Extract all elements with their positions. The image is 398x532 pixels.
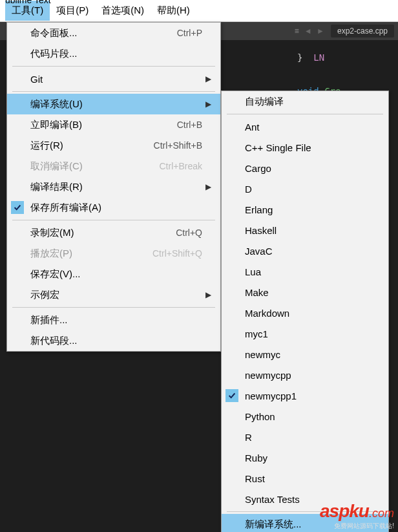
submenu-item[interactable]: R [222, 427, 388, 447]
menu-label: Ruby [242, 452, 379, 463]
menu-icon[interactable]: ≡ [295, 27, 299, 36]
menubar-item[interactable]: 项目(P) [50, 1, 95, 21]
menubar-item[interactable]: 首选项(N) [95, 1, 151, 21]
menu-label: 编译系统(U) [28, 98, 202, 111]
submenu-item[interactable]: Python [222, 406, 388, 427]
menu-shortcut: Ctrl+P [177, 28, 202, 38]
menu-label: Git [28, 74, 202, 85]
menu-item[interactable]: 编译结果(R)▶ [7, 176, 220, 197]
menu-item[interactable]: 代码片段... [7, 43, 220, 64]
submenu-item[interactable]: Ruby [222, 447, 388, 468]
menu-bar: 工具(T)项目(P)首选项(N)帮助(H) [0, 0, 398, 22]
menu-shortcut: Ctrl+Break [159, 161, 202, 171]
menu-item[interactable]: 编译系统(U)▶ [7, 94, 220, 114]
menu-label: Ant [242, 122, 379, 133]
menu-label: Cargo [242, 163, 379, 174]
menu-label: 示例宏 [28, 289, 202, 301]
submenu-item[interactable]: Ant [222, 116, 388, 137]
menu-label: Erlang [242, 204, 379, 215]
menu-label: Lua [242, 266, 379, 277]
submenu-item[interactable]: JavaC [222, 240, 388, 261]
menu-shortcut: Ctrl+Shift+B [154, 140, 202, 151]
menu-shortcut: Ctrl+Shift+Q [152, 248, 202, 259]
submenu-arrow-icon: ▶ [202, 182, 211, 191]
submenu-item[interactable]: D [222, 178, 388, 199]
menu-label: JavaC [242, 246, 379, 257]
menu-label: 保存宏(V)... [28, 268, 202, 281]
menu-shortcut: Ctrl+Q [176, 228, 202, 238]
menu-item[interactable]: 新代码段... [7, 330, 220, 351]
menu-shortcut: Ctrl+B [177, 120, 202, 130]
submenu-item[interactable]: 自动编译 [222, 91, 388, 112]
menu-label: 自动编译 [242, 96, 379, 108]
menu-label: newmycpp1 [242, 390, 379, 401]
menu-label: Markdown [242, 308, 379, 319]
check-column [222, 389, 242, 402]
menu-label: 播放宏(P) [28, 248, 152, 260]
menu-separator [12, 307, 215, 308]
build-system-submenu: 自动编译AntC++ Single FileCargoDErlangHaskel… [221, 90, 389, 532]
submenu-item[interactable]: newmyc [222, 344, 388, 365]
menu-label: 保存所有编译(A) [28, 202, 202, 214]
menu-item: 取消编译(C)Ctrl+Break [7, 156, 220, 176]
menu-label: 立即编译(B) [28, 119, 177, 131]
menu-separator [12, 91, 215, 92]
submenu-item[interactable]: newmycpp1 [222, 385, 388, 406]
menu-label: Rust [242, 473, 379, 484]
tools-menu-dropdown: 命令面板...Ctrl+P代码片段...Git▶编译系统(U)▶立即编译(B)C… [6, 22, 221, 352]
submenu-item[interactable]: newmycpp [222, 365, 388, 385]
menu-label: C++ Single File [242, 142, 379, 153]
submenu-arrow-icon: ▶ [202, 290, 211, 299]
menu-item[interactable]: 保存所有编译(A) [7, 197, 220, 218]
menu-label: D [242, 184, 379, 195]
menu-item[interactable]: 录制宏(M)Ctrl+Q [7, 222, 220, 243]
submenu-item[interactable]: Rust [222, 468, 388, 489]
submenu-arrow-icon: ▶ [202, 74, 211, 83]
nav-arrows[interactable]: ◄ ► [304, 27, 326, 36]
check-icon [11, 201, 24, 214]
menu-item[interactable]: 示例宏▶ [7, 284, 220, 305]
menu-label: 录制宏(M) [28, 227, 176, 239]
submenu-item[interactable]: Cargo [222, 158, 388, 178]
check-column [7, 201, 28, 214]
submenu-item[interactable]: C++ Single File [222, 137, 388, 158]
menu-item[interactable]: 保存宏(V)... [7, 264, 220, 284]
submenu-item[interactable]: myc1 [222, 323, 388, 344]
menu-item: 播放宏(P)Ctrl+Shift+Q [7, 243, 220, 264]
menu-label: newmyc [242, 349, 379, 360]
menu-label: 编译结果(R) [28, 181, 202, 193]
menu-item[interactable]: 新插件... [7, 310, 220, 330]
submenu-item[interactable]: Lua [222, 261, 388, 282]
menu-item[interactable]: 立即编译(B)Ctrl+B [7, 114, 220, 135]
menu-separator [227, 114, 383, 114]
menu-label: R [242, 432, 379, 443]
menu-label: 新代码段... [28, 335, 202, 347]
menu-label: 新插件... [28, 314, 202, 326]
submenu-item[interactable]: Markdown [222, 303, 388, 323]
menu-label: myc1 [242, 328, 379, 339]
menu-item[interactable]: 运行(R)Ctrl+Shift+B [7, 135, 220, 156]
menu-label: 代码片段... [28, 48, 202, 60]
menu-label: newmycpp [242, 370, 379, 381]
menu-item[interactable]: 命令面板...Ctrl+P [7, 23, 220, 43]
check-icon [225, 389, 238, 402]
menu-separator [12, 220, 215, 220]
menubar-item[interactable]: 帮助(H) [151, 1, 196, 21]
menu-label: Haskell [242, 225, 379, 236]
menu-label: 运行(R) [28, 140, 154, 152]
submenu-item[interactable]: Erlang [222, 199, 388, 220]
submenu-item[interactable]: Make [222, 282, 388, 303]
menu-label: 命令面板... [28, 27, 177, 39]
menu-separator [12, 66, 215, 67]
submenu-arrow-icon: ▶ [202, 100, 211, 109]
submenu-item[interactable]: Haskell [222, 220, 388, 240]
menu-label: Make [242, 287, 379, 298]
title-fragment: ublime Text [5, 0, 51, 5]
menu-item[interactable]: Git▶ [7, 69, 220, 89]
menu-label: Python [242, 411, 379, 422]
menu-label: 取消编译(C) [28, 160, 159, 173]
file-tab[interactable]: exp2-case.cpp [331, 25, 394, 37]
watermark: aspku.com 免费网站源码下载站! [320, 501, 394, 531]
